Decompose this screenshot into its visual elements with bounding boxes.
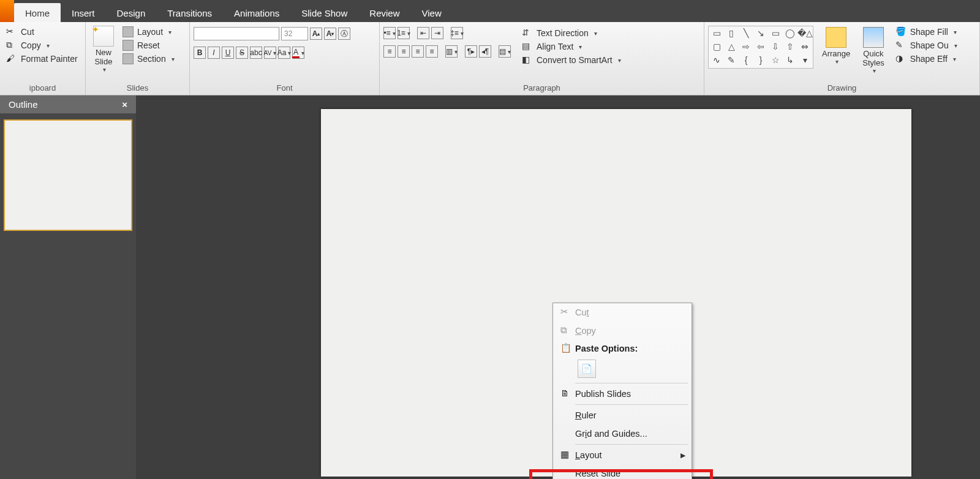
strike-button[interactable]: S (236, 47, 248, 59)
cut-label: Cut (21, 27, 34, 37)
format-painter-button[interactable]: 🖌 Format Painter (4, 53, 80, 65)
section-icon (123, 53, 134, 64)
shape-line-icon[interactable]: ╲ (739, 28, 753, 39)
ctx-separator (575, 383, 688, 383)
layout-button[interactable]: Layout (120, 26, 177, 38)
ltr-button[interactable]: ¶▸ (465, 45, 477, 58)
rtl-button[interactable]: ◂¶ (479, 45, 491, 58)
quick-styles-button[interactable]: Quick Styles (859, 26, 888, 75)
align-right-button[interactable]: ≡ (412, 45, 424, 58)
shape-gallery-more-icon[interactable]: ▾ (798, 55, 812, 66)
font-size-combo[interactable] (281, 27, 308, 40)
shadow-button[interactable]: abc (250, 47, 262, 59)
shapes-gallery[interactable]: ▭ ▯ ╲ ↘ ▭ ◯ �△ ▢ △ ⇨ ⇦ ⇩ ⇧ ⇔ ∿ ✎ { } ☆ ↳ (708, 26, 813, 69)
ctx-ruler[interactable]: Ruler (553, 406, 692, 424)
shape-textbox-icon[interactable]: ▭ (710, 28, 723, 39)
shape-effects-button[interactable]: ◑ Shape Eff (893, 53, 960, 65)
tab-view[interactable]: View (410, 3, 452, 22)
italic-button[interactable]: I (208, 47, 220, 59)
tab-animations[interactable]: Animations (223, 3, 290, 22)
tab-insert[interactable]: Insert (61, 3, 106, 22)
line-spacing-button[interactable]: ‡≡ (451, 27, 463, 39)
paintbrush-icon: 🖌 (6, 53, 17, 64)
close-pane-icon[interactable]: × (122, 99, 127, 110)
tab-home[interactable]: Home (14, 3, 61, 22)
shape-rarrow-icon[interactable]: ⇨ (739, 41, 753, 52)
shape-brace2-icon[interactable]: } (754, 55, 767, 66)
shape-roundrect-icon[interactable]: ▢ (710, 41, 723, 52)
shape-more2-icon[interactable]: ⇔ (798, 41, 812, 52)
group-slides-label: Slides (86, 82, 189, 95)
shape-more1-icon[interactable]: �△ (798, 28, 812, 39)
new-slide-button[interactable]: ✦ New Slide (89, 25, 118, 74)
ctx-reset-slide[interactable]: Reset Slide (553, 464, 692, 479)
justify-button[interactable]: ≡ (426, 45, 438, 58)
text-direction-button[interactable]: ⇵ Text Direction (519, 27, 624, 39)
bullets-button[interactable]: •≡ (383, 27, 396, 39)
tab-design[interactable]: Design (106, 3, 157, 22)
align-vert-button[interactable]: ▤ (499, 45, 511, 58)
tab-slideshow[interactable]: Slide Show (290, 3, 358, 22)
shape-curve-icon[interactable]: ∿ (710, 55, 723, 66)
paste-option-button[interactable]: 📄 (578, 360, 596, 378)
convert-smartart-button[interactable]: ◧ Convert to SmartArt (519, 54, 624, 66)
outline-tab-label[interactable]: Outline (9, 99, 38, 110)
shape-fill-button[interactable]: 🪣 Shape Fill (893, 26, 960, 38)
tab-review[interactable]: Review (358, 3, 410, 22)
shape-star-icon[interactable]: ☆ (769, 55, 782, 66)
publish-icon: 🗎 (560, 388, 571, 399)
group-clipboard: ✂ Cut ⧉ Copy 🖌 Format Painter ipboard (0, 22, 86, 95)
shape-oval-icon[interactable]: ◯ (783, 28, 797, 39)
shape-free-icon[interactable]: ✎ (725, 55, 738, 66)
char-spacing-button[interactable]: AV (264, 47, 276, 59)
reset-button[interactable]: Reset (120, 39, 177, 51)
grow-font-button[interactable]: A▴ (310, 28, 322, 40)
bold-button[interactable]: B (194, 47, 206, 59)
font-name-combo[interactable] (194, 27, 279, 40)
new-slide-label: New Slide (95, 48, 113, 66)
cut-button[interactable]: ✂ Cut (4, 26, 80, 38)
increase-indent-button[interactable]: ⇥ (431, 27, 443, 39)
workspace: Outline × ✂ Cut ⧉ Copy 📋 Paste Options: … (0, 96, 980, 479)
underline-button[interactable]: U (222, 47, 234, 59)
ctx-copy: ⧉ Copy (553, 322, 692, 340)
clear-formatting-button[interactable]: Ⓐ (338, 28, 350, 40)
shape-brace-icon[interactable]: { (739, 55, 753, 66)
shape-triangle-icon[interactable]: △ (725, 41, 738, 52)
copy-button[interactable]: ⧉ Copy (4, 39, 80, 51)
slide-canvas-area[interactable]: ✂ Cut ⧉ Copy 📋 Paste Options: 📄 🗎 Publis… (136, 96, 980, 479)
shape-larrow-icon[interactable]: ⇦ (754, 41, 767, 52)
ctx-grid-guides[interactable]: Grid and Guides... (553, 424, 692, 443)
change-case-button[interactable]: Aa (278, 47, 290, 59)
slide-thumbnail-1[interactable] (4, 119, 132, 231)
ctx-layout[interactable]: ▦ Layout ▶ (553, 446, 692, 464)
group-slides: ✦ New Slide Layout Reset Section Sli (86, 22, 190, 95)
columns-button[interactable]: ▥ (445, 45, 458, 58)
context-menu: ✂ Cut ⧉ Copy 📋 Paste Options: 📄 🗎 Publis… (552, 303, 692, 479)
decrease-indent-button[interactable]: ⇤ (417, 27, 429, 39)
paste-icon: 📄 (581, 364, 592, 374)
shrink-font-button[interactable]: A▾ (324, 28, 336, 40)
scissors-icon: ✂ (6, 26, 17, 37)
effects-icon: ◑ (895, 53, 907, 64)
app-button[interactable] (0, 0, 14, 22)
shape-rect-icon[interactable]: ▭ (769, 28, 782, 39)
pen-icon: ✎ (895, 40, 907, 51)
align-text-button[interactable]: ▤ Align Text (519, 40, 624, 53)
ctx-publish-slides[interactable]: 🗎 Publish Slides (553, 385, 692, 403)
shape-darrow-icon[interactable]: ⇩ (769, 41, 782, 52)
outline-pane-header: Outline × (0, 96, 136, 113)
tab-transitions[interactable]: Transitions (156, 3, 223, 22)
font-color-button[interactable]: A (292, 47, 304, 59)
align-center-button[interactable]: ≡ (398, 45, 410, 58)
shape-arrowline-icon[interactable]: ↘ (754, 28, 767, 39)
shape-uarrow-icon[interactable]: ⇧ (783, 41, 797, 52)
shape-outline-button[interactable]: ✎ Shape Ou (893, 39, 960, 51)
shape-vtextbox-icon[interactable]: ▯ (725, 28, 738, 39)
section-button[interactable]: Section (120, 53, 177, 65)
align-left-button[interactable]: ≡ (383, 45, 396, 58)
shape-connector-icon[interactable]: ↳ (783, 55, 797, 66)
ctx-paste-options-label: Paste Options: (575, 344, 685, 353)
arrange-button[interactable]: Arrange (818, 26, 854, 66)
numbering-button[interactable]: 1≡ (398, 27, 410, 39)
